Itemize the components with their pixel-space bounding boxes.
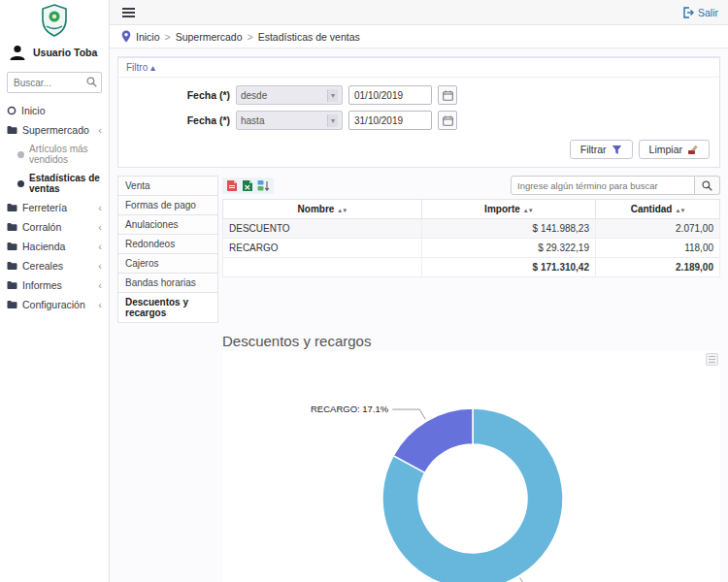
- table-toolbar: [222, 176, 720, 195]
- folder-icon: [7, 203, 17, 212]
- sort-az-icon[interactable]: [257, 179, 270, 192]
- chevron-icon: ‹: [98, 221, 102, 233]
- chevron-icon: ‹: [98, 260, 102, 272]
- circle-icon: [7, 106, 17, 115]
- tab-redondeos[interactable]: Redondeos: [117, 235, 218, 254]
- user-row: Usuario Toba: [0, 39, 109, 70]
- table-row: DESCUENTO $ 141.988,23 2.071,00: [223, 219, 720, 239]
- filter-panel: Filtro ▴ Fecha (*) desde ▾: [117, 56, 720, 168]
- cell-nombre: DESCUENTO: [223, 219, 422, 239]
- sidebar-item-supermercado[interactable]: Supermercado ‹: [0, 120, 109, 140]
- sidebar: Usuario Toba Inicio Supermercado ‹ Artíc…: [0, 0, 110, 582]
- sort-caret-icon: [337, 208, 347, 213]
- menu-toggle-button[interactable]: [119, 5, 138, 20]
- content: Filtro ▴ Fecha (*) desde ▾: [110, 48, 728, 582]
- breadcrumb-item-supermercado[interactable]: Supermercado: [176, 31, 243, 43]
- table-search: [511, 176, 720, 195]
- sidebar-item-inicio[interactable]: Inicio: [0, 101, 109, 120]
- filter-row-desde: Fecha (*) desde ▾: [128, 85, 710, 105]
- tab-cajeros[interactable]: Cajeros: [117, 254, 218, 274]
- logout-icon: [682, 7, 694, 18]
- folder-icon: [7, 242, 17, 251]
- sort-caret-icon: [675, 208, 684, 213]
- user-name: Usuario Toba: [33, 47, 97, 58]
- chart-label-line: [520, 578, 553, 582]
- sidebar-item-corralon[interactable]: Corralón ‹: [0, 217, 109, 237]
- table-row: RECARGO $ 29.322,19 118,00: [223, 239, 720, 258]
- location-pin-icon: [121, 30, 131, 43]
- date-mode-select-hasta[interactable]: hasta ▾: [236, 111, 343, 130]
- chart-menu-button[interactable]: [706, 353, 718, 366]
- sidebar-menu: Inicio Supermercado ‹ Artículos más vend…: [0, 101, 109, 314]
- crest-logo-icon: [40, 4, 69, 37]
- sidebar-item-cereales[interactable]: Cereales ‹: [0, 256, 109, 275]
- search-icon: [86, 77, 97, 87]
- folder-icon: [7, 280, 17, 290]
- cell-total-spacer: [223, 258, 422, 277]
- date-mode-select-desde[interactable]: desde ▾: [236, 85, 343, 105]
- calendar-icon: [443, 90, 453, 101]
- sidebar-item-estadisticas-de-ventas[interactable]: Estadísticas de ventas: [0, 169, 109, 198]
- cell-cantidad: 118,00: [595, 239, 719, 258]
- sidebar-item-label: Supermercado: [22, 124, 89, 136]
- sidebar-item-informes[interactable]: Informes ‹: [0, 275, 109, 295]
- chevron-icon: ‹: [98, 202, 102, 213]
- tab-bandas-horarias[interactable]: Bandas horarias: [117, 274, 218, 293]
- chart-label-line: [392, 409, 425, 419]
- cell-importe: $ 141.988,23: [421, 219, 595, 239]
- sidebar-item-label: Cereales: [22, 260, 63, 272]
- logout-button[interactable]: Salir: [682, 7, 718, 18]
- tab-anulaciones[interactable]: Anulaciones: [117, 215, 218, 235]
- sidebar-item-label: Configuración: [22, 299, 85, 310]
- calendar-button[interactable]: [438, 85, 457, 105]
- breadcrumb: Inicio > Supermercado > Estadísticas de …: [110, 25, 728, 48]
- tab-formas-de-pago[interactable]: Formas de pago: [117, 196, 218, 215]
- tab-venta[interactable]: Venta: [117, 176, 218, 196]
- tab-descuentos-y-recargos[interactable]: Descuentos y recargos: [117, 293, 218, 323]
- sidebar-item-configuracion[interactable]: Configuración ‹: [0, 295, 109, 314]
- calendar-icon: [443, 115, 453, 126]
- sidebar-item-label: Artículos más vendidos: [29, 144, 102, 165]
- breadcrumb-separator: >: [248, 31, 253, 43]
- sidebar-item-hacienda[interactable]: Hacienda ‹: [0, 237, 109, 256]
- limpiar-label: Limpiar: [649, 144, 682, 155]
- bullet-icon: [17, 151, 24, 158]
- sidebar-item-articulos-mas-vendidos[interactable]: Artículos más vendidos: [0, 140, 109, 169]
- breadcrumb-item-inicio[interactable]: Inicio: [136, 31, 160, 43]
- chart-title: Descuentos y recargos: [222, 333, 720, 349]
- breadcrumb-separator: >: [165, 31, 171, 43]
- export-pdf-icon[interactable]: [226, 179, 238, 192]
- table-search-input[interactable]: [511, 176, 695, 195]
- folder-icon: [7, 261, 17, 271]
- column-header-cantidad[interactable]: Cantidad: [595, 200, 719, 219]
- chevron-icon: ‹: [98, 241, 102, 252]
- select-value: hasta: [241, 115, 264, 126]
- sidebar-item-label: Inicio: [21, 105, 46, 116]
- user-avatar-icon: [8, 43, 27, 62]
- filter-funnel-icon: [612, 145, 622, 155]
- main-area: Salir Inicio > Supermercado > Estadístic…: [110, 0, 728, 582]
- cell-importe: $ 29.322,19: [421, 239, 595, 258]
- select-value: desde: [241, 90, 267, 101]
- report-tabs: Venta Formas de pago Anulaciones Redonde…: [117, 176, 218, 323]
- sidebar-search: [7, 72, 102, 93]
- chart-label-1: RECARGO: 17.1%: [311, 404, 388, 414]
- filter-panel-header[interactable]: Filtro ▴: [118, 58, 719, 78]
- filtrar-button[interactable]: Filtrar: [570, 140, 633, 159]
- topbar: Salir: [110, 0, 728, 25]
- table-search-button[interactable]: [695, 176, 720, 195]
- date-input-hasta[interactable]: [348, 111, 432, 130]
- filtrar-label: Filtrar: [580, 144, 607, 155]
- sort-caret-icon: [523, 208, 533, 213]
- export-excel-icon[interactable]: [242, 179, 253, 192]
- donut-chart: DESCUENTO: 82.9% RECARGO: 17.1%: [222, 351, 720, 582]
- date-input-desde[interactable]: [348, 85, 432, 105]
- column-header-importe[interactable]: Importe: [421, 200, 595, 219]
- org-logo: [0, 0, 109, 39]
- donut-svg: [222, 351, 720, 582]
- cell-cantidad: 2.071,00: [595, 219, 719, 239]
- calendar-button[interactable]: [438, 111, 457, 130]
- column-header-nombre[interactable]: Nombre: [223, 200, 422, 219]
- limpiar-button[interactable]: Limpiar: [639, 140, 710, 159]
- sidebar-item-ferreteria[interactable]: Ferretería ‹: [0, 198, 109, 217]
